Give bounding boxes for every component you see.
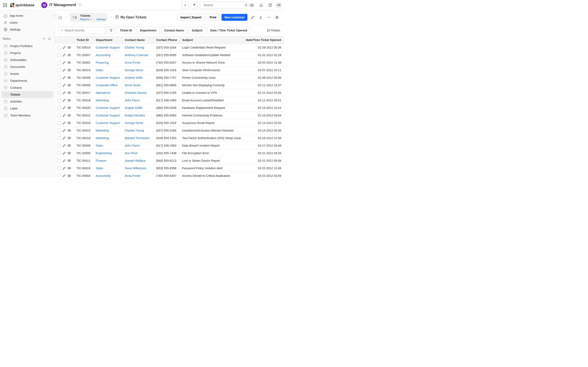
- apps-menu[interactable]: [2, 2, 8, 8]
- row-checkbox[interactable]: [57, 129, 61, 132]
- row-edit-icon[interactable]: [62, 144, 66, 147]
- add-table-button[interactable]: [42, 36, 47, 42]
- sidebar-table-contacts[interactable]: Contacts: [2, 84, 53, 91]
- app-switcher[interactable]: IT Management: [41, 2, 81, 8]
- table-row[interactable]: TIC-00015 Marketing Charles Young (337) …: [55, 127, 284, 134]
- edit-icon[interactable]: [250, 14, 256, 20]
- new-customer-button[interactable]: New customer: [222, 14, 247, 21]
- search-tables-button[interactable]: [47, 36, 52, 42]
- global-search[interactable]: ⌘K: [200, 2, 247, 8]
- row-edit-icon[interactable]: [62, 53, 66, 57]
- row-checkbox[interactable]: [57, 144, 61, 147]
- row-edit-icon[interactable]: [62, 136, 66, 140]
- sidebar-table-tickets[interactable]: Tickets: [2, 91, 53, 98]
- table-row[interactable]: TIC-00011 Finance Joseph Wallace (848) 5…: [55, 157, 284, 165]
- table-row[interactable]: TIC-00016 Marketing John Parris (617) 43…: [55, 97, 284, 104]
- download-icon[interactable]: [258, 14, 264, 20]
- table-row[interactable]: TIC-00020 Customer Support Angela Griffi…: [55, 104, 284, 112]
- row-checkbox[interactable]: [57, 61, 61, 64]
- sidebar-table-activities[interactable]: Activities: [2, 98, 53, 105]
- cell-department[interactable]: Financing: [93, 59, 122, 67]
- sidebar-table-assets[interactable]: Assets: [2, 70, 53, 77]
- sidebar-table-project-portfolios[interactable]: Project Portfolios: [2, 43, 53, 50]
- sidebar-table-documents[interactable]: Documents: [2, 63, 53, 70]
- cell-department[interactable]: Corporate Office: [93, 82, 122, 89]
- row-checkbox[interactable]: [57, 136, 61, 140]
- row-edit-icon[interactable]: [62, 46, 66, 49]
- customize-icon[interactable]: [274, 14, 280, 20]
- cell-department[interactable]: Finance: [93, 157, 122, 165]
- filter-chip-4[interactable]: Date / Time Ticket Opened: [207, 27, 250, 34]
- sidebar-item-settings[interactable]: Settings: [2, 26, 53, 33]
- filter-chip-1[interactable]: Department: [137, 27, 159, 34]
- col-header-subject[interactable]: Subject: [180, 36, 243, 44]
- sidebar-item-app-home[interactable]: App home: [2, 12, 53, 19]
- row-edit-icon[interactable]: [62, 61, 66, 64]
- row-checkbox[interactable]: [57, 121, 61, 125]
- row-edit-icon[interactable]: [62, 129, 66, 132]
- col-header-contact-name[interactable]: Contact Name: [122, 36, 154, 44]
- cell-department[interactable]: Operations: [93, 89, 122, 97]
- help-icon[interactable]: [267, 2, 274, 8]
- table-row[interactable]: TIC-00002 Financing Anna Porter (740) 55…: [55, 59, 284, 67]
- row-edit-icon[interactable]: [62, 76, 66, 79]
- cell-contact-name[interactable]: John Parris: [122, 97, 154, 104]
- table-row[interactable]: TIC-00010 Customer Support Charles Young…: [55, 44, 284, 51]
- global-search-input[interactable]: [204, 3, 242, 7]
- sidebar-collapse[interactable]: [52, 13, 57, 18]
- cell-contact-name[interactable]: Annie Grant: [122, 82, 154, 89]
- more-icon[interactable]: [266, 14, 272, 20]
- cell-contact-name[interactable]: Dana Wilkenson: [122, 165, 154, 172]
- row-view-icon[interactable]: [67, 76, 71, 80]
- row-checkbox[interactable]: [57, 166, 61, 170]
- print-button[interactable]: Print: [207, 14, 219, 21]
- row-checkbox[interactable]: [57, 53, 61, 57]
- cell-contact-name[interactable]: Anna Porter: [122, 172, 154, 177]
- table-row[interactable]: TIC-00013 Sales George Stone (628) 555-1…: [55, 67, 284, 74]
- col-header-department[interactable]: Department: [93, 36, 122, 44]
- sidebar-table-departments[interactable]: Departments: [2, 77, 53, 84]
- row-view-icon[interactable]: [67, 166, 71, 170]
- breadcrumb-reports-link[interactable]: Reports: [80, 18, 92, 21]
- row-view-icon[interactable]: [67, 144, 71, 147]
- sidebar-table-projects[interactable]: Projects: [2, 50, 53, 57]
- user-avatar[interactable]: AB: [276, 2, 282, 8]
- cell-department[interactable]: Customer Support: [93, 112, 122, 119]
- add-button[interactable]: [182, 2, 189, 8]
- table-row[interactable]: TIC-00014 Marketing Edward Thompson (428…: [55, 134, 284, 142]
- cell-contact-name[interactable]: Anna Porter: [122, 59, 154, 67]
- cell-contact-name[interactable]: Angela Griffin: [122, 104, 154, 112]
- table-row[interactable]: TIC-00004 Accounting Anna Porter (740) 5…: [55, 172, 284, 177]
- row-edit-icon[interactable]: [62, 121, 66, 125]
- row-checkbox[interactable]: [57, 91, 61, 95]
- row-edit-icon[interactable]: [62, 99, 66, 102]
- row-view-icon[interactable]: [67, 174, 71, 177]
- breadcrumb-table[interactable]: $ Tickets Reports Settings: [70, 13, 108, 22]
- logo[interactable]: quickbase: [10, 3, 35, 7]
- cell-contact-name[interactable]: Christine Gomez: [122, 89, 154, 97]
- row-view-icon[interactable]: [67, 53, 71, 57]
- row-view-icon[interactable]: [67, 91, 71, 95]
- breadcrumb-settings-link[interactable]: Settings: [96, 18, 106, 21]
- cell-department[interactable]: Customer Support: [93, 119, 122, 127]
- cell-contact-name[interactable]: Charles Young: [122, 44, 154, 51]
- table-row[interactable]: TIC-00008 Customer Support Andrew Wells …: [55, 74, 284, 82]
- cell-department[interactable]: Engineering: [93, 150, 122, 157]
- table-row[interactable]: TIC-00006 Corporate Office Annie Grant (…: [55, 82, 284, 89]
- row-edit-icon[interactable]: [62, 159, 66, 162]
- cell-department[interactable]: Customer Support: [93, 104, 122, 112]
- row-view-icon[interactable]: [67, 46, 71, 49]
- cell-department[interactable]: Marketing: [93, 134, 122, 142]
- row-edit-icon[interactable]: [62, 106, 66, 109]
- row-checkbox[interactable]: [57, 76, 61, 80]
- cell-department[interactable]: Marketing: [93, 127, 122, 134]
- row-checkbox[interactable]: [57, 46, 61, 49]
- row-edit-icon[interactable]: [62, 167, 66, 170]
- row-edit-icon[interactable]: [62, 91, 66, 94]
- cell-department[interactable]: Customer Support: [93, 44, 122, 51]
- table-row[interactable]: TIC-00018 Customer Support George Stone …: [55, 119, 284, 127]
- filter-chip-0[interactable]: Ticket ID: [117, 27, 135, 34]
- cell-department[interactable]: Marketing: [93, 97, 122, 104]
- cell-department[interactable]: Sales: [93, 142, 122, 150]
- sidebar-table-team-members[interactable]: Team Members: [2, 112, 53, 119]
